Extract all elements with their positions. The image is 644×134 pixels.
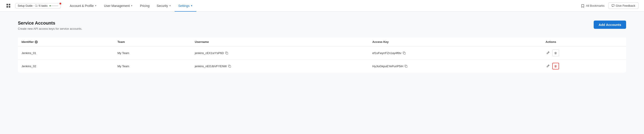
col-header-access-key: Access Key xyxy=(369,37,542,46)
setup-guide-notification-dot xyxy=(60,3,61,4)
cell-access-key-1: HyJiuGkpuEYePuriP5iH xyxy=(369,60,542,73)
page-header: Service Accounts Create new API access k… xyxy=(18,20,626,30)
nav-item-pricing[interactable]: Pricing xyxy=(136,0,153,12)
col-header-actions: Actions xyxy=(542,37,626,46)
cell-username-1: jenkins_nEOJbVFYENW xyxy=(191,60,369,73)
add-accounts-button[interactable]: Add Accounts xyxy=(594,20,626,29)
give-feedback-button[interactable]: Give Feedback xyxy=(608,2,639,9)
top-navigation-bar: Setup Guide • 1 / 6 tasks Account & Prof… xyxy=(0,0,644,12)
setup-guide-progress-bar xyxy=(50,5,58,6)
setup-guide-label: Setup Guide xyxy=(18,4,33,7)
col-header-identifier: Identifier i xyxy=(18,37,114,46)
col-header-username: Username xyxy=(191,37,369,46)
cell-actions-1 xyxy=(542,60,626,73)
svg-rect-0 xyxy=(6,4,8,5)
copy-accesskey-icon-1[interactable] xyxy=(404,65,408,68)
nav-item-security[interactable]: Security ▼ xyxy=(153,0,175,12)
page-header-text: Service Accounts Create new API access k… xyxy=(18,20,82,30)
identifier-info-icon[interactable]: i xyxy=(35,40,38,44)
cell-identifier-1: Jenkins_02 xyxy=(18,60,114,73)
setup-guide-badge[interactable]: Setup Guide • 1 / 6 tasks xyxy=(15,3,61,8)
nav-item-account-profile[interactable]: Account & Profile ▼ xyxy=(66,0,100,12)
chevron-down-icon: ▼ xyxy=(130,4,133,7)
main-navigation: Account & Profile ▼ User Management ▼ Pr… xyxy=(66,0,581,12)
cell-username-0: jenkins_cEX1srYsP6D xyxy=(191,46,369,60)
main-content: Service Accounts Create new API access k… xyxy=(0,12,644,82)
cell-actions-0 xyxy=(542,46,626,60)
chevron-down-icon: ▼ xyxy=(190,4,193,7)
nav-right-section: All Bookmarks Give Feedback xyxy=(581,2,639,9)
app-grid-icon[interactable] xyxy=(5,3,12,9)
nav-item-settings[interactable]: Settings ▼ xyxy=(175,0,196,12)
copy-accesskey-icon-0[interactable] xyxy=(403,52,406,54)
cell-identifier-0: Jenkins_01 xyxy=(18,46,114,60)
cell-team-1: My Team xyxy=(114,60,191,73)
setup-guide-progress-fill xyxy=(50,5,51,6)
chevron-down-icon: ▼ xyxy=(169,4,171,7)
table-row: Jenkins_02 My Team jenkins_nEOJbVFYENW H… xyxy=(18,60,626,73)
edit-button-1[interactable] xyxy=(546,63,550,69)
svg-rect-8 xyxy=(406,66,407,67)
table-row: Jenkins_01 My Team jenkins_cEX1srYsP6D e… xyxy=(18,46,626,60)
chevron-down-icon: ▼ xyxy=(94,4,97,7)
page-title: Service Accounts xyxy=(18,20,82,26)
svg-rect-2 xyxy=(6,6,8,7)
table-header-row: Identifier i Team Username Access Key Ac… xyxy=(18,37,626,46)
svg-rect-3 xyxy=(9,6,10,7)
col-header-team: Team xyxy=(114,37,191,46)
edit-button-0[interactable] xyxy=(546,50,550,56)
cell-team-0: My Team xyxy=(114,46,191,60)
delete-button-1[interactable] xyxy=(552,63,559,69)
svg-rect-7 xyxy=(229,66,231,67)
copy-username-icon-1[interactable] xyxy=(228,65,231,68)
svg-rect-5 xyxy=(226,52,228,54)
svg-rect-4 xyxy=(612,4,614,6)
bookmark-icon xyxy=(581,4,584,7)
nav-item-user-management[interactable]: User Management ▼ xyxy=(100,0,136,12)
all-bookmarks-label: All Bookmarks xyxy=(586,4,604,7)
delete-button-0[interactable] xyxy=(552,50,559,56)
setup-guide-tasks: 1 / 6 tasks xyxy=(35,4,48,7)
all-bookmarks-link[interactable]: All Bookmarks xyxy=(581,4,604,7)
page-subtitle: Create new API access keys for service a… xyxy=(18,27,82,30)
svg-rect-1 xyxy=(9,4,10,5)
feedback-icon xyxy=(612,4,614,7)
copy-username-icon-0[interactable] xyxy=(225,52,228,54)
cell-access-key-0: ef1uFwyrrFZn1ay4f6tv xyxy=(369,46,542,60)
svg-rect-6 xyxy=(404,52,406,54)
service-accounts-table: Identifier i Team Username Access Key Ac… xyxy=(18,37,626,73)
